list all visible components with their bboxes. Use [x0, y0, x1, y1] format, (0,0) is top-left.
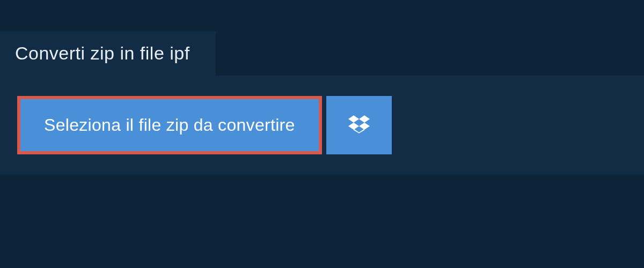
- tab-convert[interactable]: Converti zip in file ipf: [0, 31, 216, 76]
- select-file-highlight: Seleziona il file zip da convertire: [17, 96, 322, 154]
- select-file-label: Seleziona il file zip da convertire: [44, 115, 295, 135]
- dropbox-button[interactable]: [326, 96, 392, 154]
- select-file-button[interactable]: Seleziona il file zip da convertire: [20, 99, 319, 151]
- dropbox-icon: [348, 114, 370, 137]
- tab-label: Converti zip in file ipf: [15, 43, 190, 63]
- conversion-panel: Seleziona il file zip da convertire: [0, 76, 644, 175]
